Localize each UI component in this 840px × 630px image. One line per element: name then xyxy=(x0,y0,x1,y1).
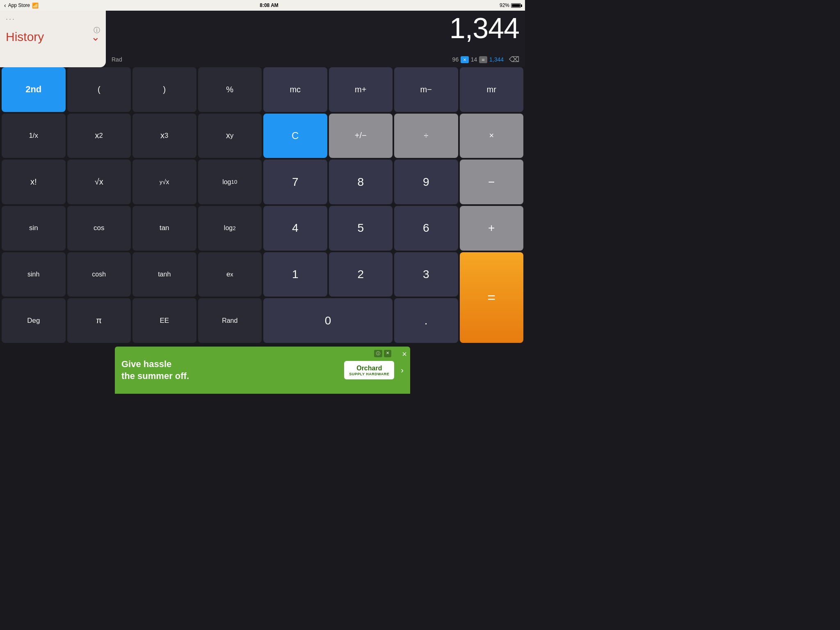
ad-banner: Give hasslethe summer off. Orchard SUPPL… xyxy=(115,347,410,394)
btn-factorial[interactable]: x! xyxy=(2,160,66,204)
info-icon[interactable]: ⓘ xyxy=(94,26,100,35)
btn-mc[interactable]: mc xyxy=(263,67,327,112)
calculator-grid: 2nd ( ) % mc m+ m− mr 1/x x2 x3 xy C +/−… xyxy=(0,66,525,345)
status-left: ‹ App Store 📶 xyxy=(4,2,39,9)
ad-text-area: Give hasslethe summer off. xyxy=(121,358,338,382)
btn-log2[interactable]: log2 xyxy=(198,206,262,251)
btn-mplus[interactable]: m+ xyxy=(329,67,393,112)
btn-6[interactable]: 6 xyxy=(394,206,458,251)
btn-sinh[interactable]: sinh xyxy=(2,252,66,297)
btn-ex[interactable]: ex xyxy=(198,252,262,297)
expr-x-box: × xyxy=(461,56,469,63)
ad-brand-name: Orchard xyxy=(356,364,382,372)
btn-log10[interactable]: log10 xyxy=(198,160,262,204)
ad-badge-x: ✕ xyxy=(384,350,391,357)
btn-divide[interactable]: ÷ xyxy=(394,114,458,158)
btn-x-squared[interactable]: x2 xyxy=(67,114,131,158)
btn-ysqrt[interactable]: y√x xyxy=(132,160,196,204)
btn-open-paren[interactable]: ( xyxy=(67,67,131,112)
btn-close-paren[interactable]: ) xyxy=(132,67,196,112)
display-result: 1,344 xyxy=(112,14,519,43)
btn-percent[interactable]: % xyxy=(198,67,262,112)
btn-xy[interactable]: xy xyxy=(198,114,262,158)
backspace-button[interactable]: ⌫ xyxy=(509,55,519,64)
btn-0[interactable]: 0 xyxy=(263,298,393,343)
btn-1[interactable]: 1 xyxy=(263,252,327,297)
rad-label: Rad xyxy=(112,56,122,63)
history-title: History xyxy=(6,30,44,44)
btn-plusminus[interactable]: +/− xyxy=(329,114,393,158)
expr-result: 1,344 xyxy=(489,56,504,63)
wifi-icon: 📶 xyxy=(32,2,39,9)
ad-badge-i: ⓘ xyxy=(374,350,382,357)
expr-14: 14 xyxy=(471,56,477,63)
btn-7[interactable]: 7 xyxy=(263,160,327,204)
btn-plus[interactable]: + xyxy=(460,206,524,251)
btn-tan[interactable]: tan xyxy=(132,206,196,251)
time-display: 8:08 AM xyxy=(260,2,278,8)
ad-badges: ⓘ ✕ xyxy=(374,350,391,357)
history-title-row: History ⌄ xyxy=(6,30,100,44)
btn-3[interactable]: 3 xyxy=(394,252,458,297)
btn-9[interactable]: 9 xyxy=(394,160,458,204)
btn-sqrt[interactable]: √x xyxy=(67,160,131,204)
app-store-label: App Store xyxy=(8,2,30,8)
ad-text: Give hasslethe summer off. xyxy=(121,358,338,382)
btn-ee[interactable]: EE xyxy=(132,298,196,343)
btn-pi[interactable]: π xyxy=(67,298,131,343)
btn-4[interactable]: 4 xyxy=(263,206,327,251)
display-area: 1,344 Rad 96 × 14 = 1,344 ⌫ xyxy=(106,11,525,67)
back-arrow[interactable]: ‹ xyxy=(4,2,6,9)
history-panel: ··· ⓘ History ⌄ xyxy=(0,11,106,67)
expr-96: 96 xyxy=(452,56,459,63)
status-right: 92% xyxy=(500,2,521,8)
ad-logo-box: Orchard SUPPLY HARDWARE xyxy=(344,361,394,379)
btn-2[interactable]: 2 xyxy=(329,252,393,297)
status-bar: ‹ App Store 📶 8:08 AM 92% xyxy=(0,0,525,11)
expr-equals-box: = xyxy=(479,56,487,63)
btn-x-cubed[interactable]: x3 xyxy=(132,114,196,158)
ad-brand-sub: SUPPLY HARDWARE xyxy=(349,372,389,376)
display-bottom-row: Rad 96 × 14 = 1,344 ⌫ xyxy=(112,55,519,64)
btn-multiply[interactable]: × xyxy=(460,114,524,158)
btn-rand[interactable]: Rand xyxy=(198,298,262,343)
btn-mminus[interactable]: m− xyxy=(394,67,458,112)
btn-minus[interactable]: − xyxy=(460,160,524,204)
btn-8[interactable]: 8 xyxy=(329,160,393,204)
btn-tanh[interactable]: tanh xyxy=(132,252,196,297)
btn-sin[interactable]: sin xyxy=(2,206,66,251)
btn-decimal[interactable]: . xyxy=(394,298,458,343)
expression-row: 96 × 14 = 1,344 ⌫ xyxy=(452,55,519,64)
ad-close-button[interactable]: × xyxy=(402,350,407,358)
btn-cos[interactable]: cos xyxy=(67,206,131,251)
btn-mr[interactable]: mr xyxy=(460,67,524,112)
ellipsis-dots: ··· xyxy=(6,15,100,23)
battery-icon xyxy=(511,3,521,8)
btn-cosh[interactable]: cosh xyxy=(67,252,131,297)
btn-clear[interactable]: C xyxy=(263,114,327,158)
ad-arrow-button[interactable]: › xyxy=(401,365,404,375)
btn-5[interactable]: 5 xyxy=(329,206,393,251)
battery-percent: 92% xyxy=(500,2,509,8)
btn-equals[interactable]: = xyxy=(460,252,524,343)
btn-deg[interactable]: Deg xyxy=(2,298,66,343)
btn-2nd[interactable]: 2nd xyxy=(2,67,66,112)
btn-reciprocal[interactable]: 1/x xyxy=(2,114,66,158)
